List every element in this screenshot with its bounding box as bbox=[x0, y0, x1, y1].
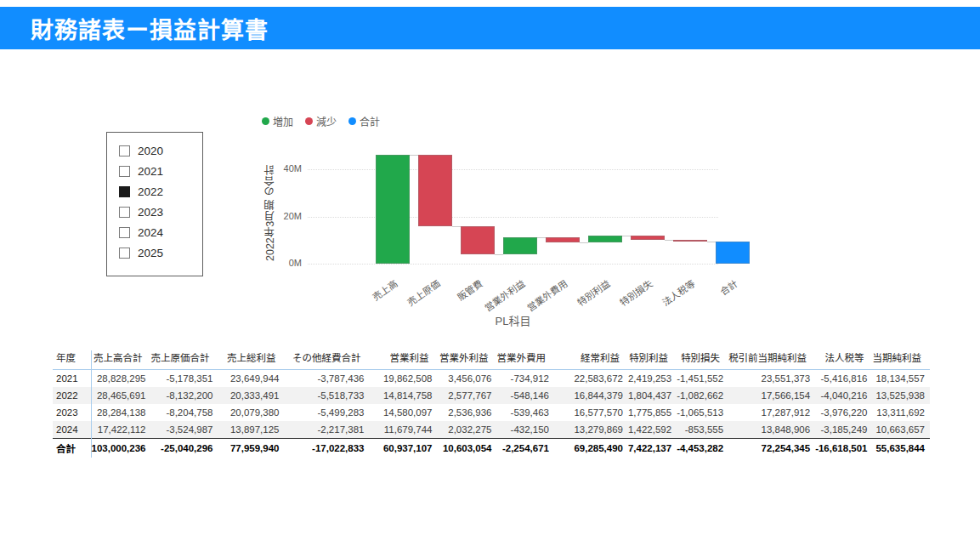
waterfall-connector bbox=[537, 237, 546, 238]
waterfall-bar-法人税等[interactable] bbox=[673, 240, 707, 242]
slicer-item-2020[interactable]: 2020 bbox=[107, 140, 202, 161]
value-cell: 13,897,125 bbox=[218, 421, 284, 439]
waterfall-bar-特別利益[interactable] bbox=[588, 236, 622, 242]
value-cell: 13,848,906 bbox=[728, 421, 815, 439]
value-cell: -8,132,200 bbox=[150, 387, 218, 404]
checkbox-icon[interactable] bbox=[119, 145, 130, 156]
legend-item-increase[interactable]: 増加 bbox=[262, 114, 293, 128]
value-cell: 28,828,295 bbox=[91, 370, 150, 388]
waterfall-bar-売上原価[interactable] bbox=[418, 155, 452, 225]
slicer-item-label: 2023 bbox=[138, 206, 163, 219]
legend-label: 増加 bbox=[273, 114, 293, 128]
column-header-その他経費合計[interactable]: その他経費合計 bbox=[284, 350, 369, 370]
row-header-cell: 2021 bbox=[53, 370, 91, 388]
row-header-cell: 2022 bbox=[53, 387, 91, 404]
slicer-item-label: 2022 bbox=[138, 185, 163, 198]
slicer-item-2022[interactable]: 2022 bbox=[107, 181, 202, 202]
value-cell: 10,663,657 bbox=[873, 421, 931, 439]
value-cell: -539,463 bbox=[496, 404, 554, 421]
column-header-税引前当期純利益[interactable]: 税引前当期純利益 bbox=[728, 350, 815, 370]
table-row-2023[interactable]: 202328,284,138-8,204,75820,079,380-5,499… bbox=[53, 404, 930, 421]
value-cell: 13,525,938 bbox=[873, 387, 931, 404]
total-row-header-cell: 合計 bbox=[53, 439, 91, 458]
total-value-cell: 10,603,054 bbox=[437, 439, 496, 458]
value-cell: 1,804,437 bbox=[628, 387, 677, 404]
waterfall-connector bbox=[580, 242, 588, 243]
column-header-営業利益[interactable]: 営業利益 bbox=[369, 350, 437, 370]
gridline bbox=[308, 169, 718, 170]
waterfall-bar-営業外費用[interactable] bbox=[546, 237, 580, 242]
column-header-当期純利益[interactable]: 当期純利益 bbox=[873, 350, 931, 370]
value-cell: -1,082,662 bbox=[677, 387, 728, 404]
slicer-item-label: 2024 bbox=[138, 226, 163, 239]
total-value-cell: 69,285,490 bbox=[554, 439, 628, 458]
column-header-特別損失[interactable]: 特別損失 bbox=[677, 350, 728, 370]
chart-legend: 増加減少合計 bbox=[262, 114, 380, 128]
value-cell: 2,032,275 bbox=[437, 421, 496, 439]
value-cell: 1,422,592 bbox=[628, 421, 677, 439]
slicer-item-2023[interactable]: 2023 bbox=[107, 202, 202, 222]
pl-matrix: 年度売上高合計売上原価合計売上総利益その他経費合計営業利益営業外利益営業外費用経… bbox=[53, 350, 930, 458]
column-header-売上高合計[interactable]: 売上高合計 bbox=[91, 350, 150, 370]
checkbox-icon[interactable] bbox=[119, 248, 130, 259]
value-cell: 2,419,253 bbox=[628, 370, 677, 388]
value-cell: -5,416,816 bbox=[815, 370, 872, 388]
table-row-2022[interactable]: 202228,465,691-8,132,20020,333,491-5,518… bbox=[53, 387, 930, 404]
report-title-bar: 財務諸表ー損益計算書 bbox=[0, 7, 980, 49]
slicer-item-2021[interactable]: 2021 bbox=[107, 161, 202, 181]
column-header-法人税等[interactable]: 法人税等 bbox=[815, 350, 872, 370]
waterfall-bar-合計[interactable] bbox=[716, 242, 750, 264]
value-cell: -3,524,987 bbox=[150, 421, 218, 439]
waterfall-bar-営業外利益[interactable] bbox=[503, 237, 537, 254]
checkbox-icon[interactable] bbox=[119, 227, 130, 238]
waterfall-connector bbox=[452, 226, 461, 227]
y-tick-label: 20M bbox=[255, 211, 302, 221]
value-cell: -548,146 bbox=[496, 387, 554, 404]
waterfall-connector bbox=[665, 240, 673, 241]
row-header-cell: 2023 bbox=[53, 404, 91, 421]
value-cell: 1,775,855 bbox=[628, 404, 677, 421]
column-header-経常利益[interactable]: 経常利益 bbox=[554, 350, 628, 370]
value-cell: 13,311,692 bbox=[873, 404, 931, 421]
column-header-営業外利益[interactable]: 営業外利益 bbox=[437, 350, 496, 370]
slicer-item-2025[interactable]: 2025 bbox=[107, 242, 202, 263]
column-header-特別利益[interactable]: 特別利益 bbox=[628, 350, 677, 370]
value-cell: 23,551,373 bbox=[728, 370, 815, 388]
value-cell: 23,649,944 bbox=[218, 370, 284, 388]
checkbox-icon[interactable] bbox=[119, 166, 130, 177]
waterfall-bar-売上高[interactable] bbox=[376, 155, 410, 264]
value-cell: 28,284,138 bbox=[91, 404, 150, 421]
value-cell: -2,217,381 bbox=[284, 421, 369, 439]
legend-dot-icon bbox=[262, 117, 269, 125]
table-row-2024[interactable]: 202417,422,112-3,524,98713,897,125-2,217… bbox=[53, 421, 930, 439]
checkbox-icon[interactable] bbox=[119, 207, 130, 218]
column-header-営業外費用[interactable]: 営業外費用 bbox=[496, 350, 554, 370]
value-cell: 19,862,508 bbox=[369, 370, 437, 388]
value-cell: 22,583,672 bbox=[554, 370, 628, 388]
total-value-cell: 60,937,107 bbox=[369, 439, 437, 458]
value-cell: 14,814,758 bbox=[369, 387, 437, 404]
column-header-売上原価合計[interactable]: 売上原価合計 bbox=[150, 350, 218, 370]
row-header-cell: 2024 bbox=[53, 421, 91, 439]
waterfall-bar-販管費[interactable] bbox=[461, 226, 495, 254]
column-header-年度[interactable]: 年度 bbox=[53, 350, 91, 370]
waterfall-bar-特別損失[interactable] bbox=[631, 236, 665, 240]
waterfall-chart: 増加減少合計 2022年3月期 の合計 0M20M40M 売上高売上原価販管費営… bbox=[255, 132, 731, 336]
column-header-売上総利益[interactable]: 売上総利益 bbox=[218, 350, 284, 370]
value-cell: 13,279,869 bbox=[554, 421, 628, 439]
total-value-cell: 55,635,844 bbox=[873, 439, 931, 458]
legend-item-decrease[interactable]: 減少 bbox=[305, 114, 337, 128]
value-cell: 14,580,097 bbox=[369, 404, 437, 421]
slicer-item-2024[interactable]: 2024 bbox=[107, 222, 202, 242]
value-cell: -853,555 bbox=[677, 421, 728, 439]
value-cell: 16,844,379 bbox=[554, 387, 628, 404]
checkbox-checked-icon[interactable] bbox=[119, 186, 130, 197]
table-row-2021[interactable]: 202128,828,295-5,178,35123,649,944-3,787… bbox=[53, 370, 930, 388]
value-cell: 18,134,557 bbox=[873, 370, 931, 388]
year-slicer-list: 202020212022202320242025 bbox=[107, 133, 202, 263]
table-total-row: 合計103,000,236-25,040,29677,959,940-17,02… bbox=[53, 439, 930, 458]
value-cell: 17,566,154 bbox=[728, 387, 815, 404]
total-value-cell: 72,254,345 bbox=[728, 439, 815, 458]
legend-item-total[interactable]: 合計 bbox=[348, 114, 380, 128]
value-cell: -4,040,216 bbox=[815, 387, 872, 404]
